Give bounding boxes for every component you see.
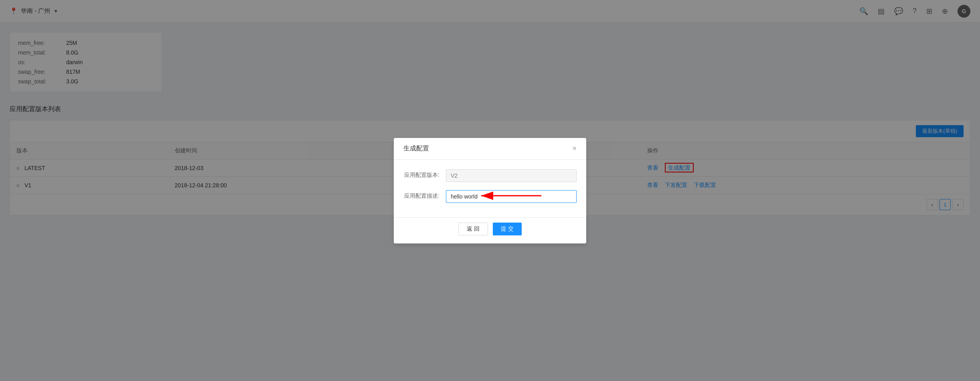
- version-form-row: 应用配置版本:: [403, 169, 577, 182]
- submit-button[interactable]: 提 交: [493, 223, 522, 235]
- desc-label: 应用配置描述:: [403, 190, 439, 200]
- version-label: 应用配置版本:: [403, 169, 439, 179]
- modal: 生成配置 × 应用配置版本: 应用配置描述: 返 回 提 交: [394, 138, 586, 243]
- version-input[interactable]: [446, 169, 577, 182]
- desc-input[interactable]: [446, 190, 577, 203]
- desc-form-row: 应用配置描述:: [403, 190, 577, 203]
- modal-close-button[interactable]: ×: [572, 145, 577, 152]
- modal-title: 生成配置: [403, 144, 429, 153]
- modal-body: 应用配置版本: 应用配置描述:: [394, 160, 586, 217]
- cancel-button[interactable]: 返 回: [458, 223, 488, 235]
- modal-overlay[interactable]: 生成配置 × 应用配置版本: 应用配置描述: 返 回 提 交: [0, 0, 980, 381]
- modal-footer: 返 回 提 交: [394, 217, 586, 243]
- modal-header: 生成配置 ×: [394, 138, 586, 160]
